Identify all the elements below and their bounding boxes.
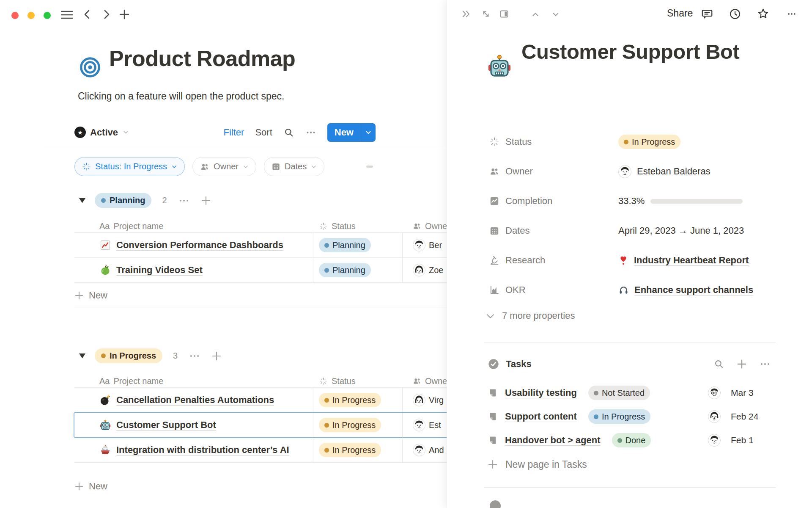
new-record-button[interactable]: New	[327, 123, 376, 142]
group-add-icon[interactable]	[211, 351, 222, 361]
prev-record-icon[interactable]	[530, 10, 541, 19]
group-more-icon[interactable]	[178, 195, 190, 207]
table-row-selected[interactable]: Customer Support Bot In Progress Est	[74, 413, 447, 438]
status-spinner-icon	[319, 377, 328, 386]
project-link[interactable]: Cancellation Penalties Automations	[116, 395, 274, 406]
task-row[interactable]: Usability testing Not Started Mar 3	[488, 381, 771, 405]
column-owner[interactable]: Owner	[425, 376, 447, 386]
status-pill[interactable]: In Progress	[319, 418, 381, 432]
chevron-down-icon	[171, 163, 178, 170]
column-project-name[interactable]: Project name	[113, 221, 163, 231]
property-okr[interactable]: OKR Enhance support channels	[447, 275, 812, 305]
comments-icon[interactable]	[701, 8, 713, 20]
status-dot	[617, 438, 622, 443]
more-properties-label: 7 more properties	[502, 310, 575, 321]
headphones-icon	[618, 285, 629, 295]
property-owner[interactable]: Owner Esteban Balderas	[447, 157, 812, 186]
clipped-filter-chip	[366, 166, 373, 168]
table-header: AaProject name Status Owner	[74, 220, 447, 233]
history-icon[interactable]	[729, 8, 741, 20]
status-pill[interactable]: In Progress	[618, 135, 680, 149]
main-window: Product Roadmap Clicking on a feature wi…	[0, 0, 447, 508]
close-peek-icon[interactable]	[461, 8, 472, 19]
next-record-icon[interactable]	[550, 10, 561, 19]
column-project-name[interactable]: Project name	[113, 376, 163, 386]
task-link[interactable]: Usability testing	[505, 387, 577, 398]
okr-link[interactable]: Enhance support channels	[634, 284, 753, 295]
search-icon[interactable]	[283, 127, 294, 138]
new-task-button[interactable]: New page in Tasks	[488, 452, 771, 477]
view-more-icon[interactable]	[305, 127, 316, 138]
table-row[interactable]: Integration with distribution center’s A…	[74, 438, 447, 463]
filter-chip-owner[interactable]: Owner	[192, 157, 256, 176]
more-properties-toggle[interactable]: 7 more properties	[485, 310, 575, 321]
status-pill[interactable]: In Progress	[588, 409, 650, 424]
people-icon	[200, 162, 210, 172]
forward-icon[interactable]	[102, 9, 111, 19]
property-dates[interactable]: Dates April 29, 2023 → June 1, 2023	[447, 216, 812, 246]
new-row-button[interactable]: New	[74, 283, 447, 308]
filter-chip-dates[interactable]: Dates	[264, 157, 324, 176]
project-link[interactable]: Integration with distribution center’s A…	[116, 444, 289, 456]
project-link[interactable]: Training Videos Set	[116, 265, 203, 276]
filter-chips-row: Status: In Progress Owner Dates	[74, 157, 324, 176]
table-row[interactable]: Cancellation Penalties Automations In Pr…	[74, 388, 447, 413]
property-status[interactable]: Status In Progress	[447, 127, 812, 157]
more-options-icon[interactable]	[785, 9, 798, 19]
collapse-triangle-icon[interactable]	[79, 353, 85, 359]
new-record-dropdown-icon[interactable]	[361, 123, 376, 142]
peek-mode-icon[interactable]	[499, 9, 510, 19]
sidebar-menu-icon[interactable]	[61, 11, 73, 19]
status-pill[interactable]: Done	[612, 433, 651, 447]
table-row[interactable]: Conversion Performance Dashboards Planni…	[74, 233, 447, 258]
toolbar-divider	[44, 147, 447, 147]
status-pill[interactable]: Planning	[319, 238, 371, 252]
tasks-search-icon[interactable]	[713, 359, 724, 370]
project-link[interactable]: Customer Support Bot	[116, 420, 216, 431]
close-window-button[interactable]	[11, 12, 19, 19]
project-link[interactable]: Conversion Performance Dashboards	[116, 240, 283, 251]
maximize-window-button[interactable]	[44, 12, 51, 19]
collapse-triangle-icon[interactable]	[79, 198, 85, 203]
tasks-more-icon[interactable]	[759, 359, 771, 370]
group-add-icon[interactable]	[201, 196, 211, 206]
group-pill-in-progress[interactable]: In Progress	[95, 348, 162, 363]
minimize-window-button[interactable]	[27, 12, 35, 19]
page-icon-bullseye[interactable]	[80, 57, 100, 77]
task-link[interactable]: Support content	[505, 411, 577, 422]
research-link[interactable]: Industry Heartbeat Report	[634, 255, 749, 266]
new-tab-icon[interactable]	[119, 9, 129, 19]
expand-page-icon[interactable]	[480, 8, 491, 19]
new-row-label: New	[89, 481, 107, 492]
filter-chip-status[interactable]: Status: In Progress	[74, 157, 185, 176]
task-row[interactable]: Handover bot > agent Done Feb 1	[488, 428, 771, 452]
table-row[interactable]: Training Videos Set Planning Zoe	[74, 258, 447, 283]
share-button[interactable]: Share	[667, 8, 693, 19]
completion-value: 33.3%	[618, 196, 645, 207]
new-row-button[interactable]: New	[74, 474, 447, 499]
column-owner[interactable]: Owner	[425, 221, 447, 231]
favorite-star-icon[interactable]	[757, 7, 770, 20]
back-icon[interactable]	[82, 9, 92, 19]
robot-page-icon[interactable]	[487, 53, 512, 79]
property-research[interactable]: Research Industry Heartbeat Report	[447, 246, 812, 275]
column-status[interactable]: Status	[332, 376, 356, 386]
status-pill[interactable]: In Progress	[319, 393, 381, 407]
column-status[interactable]: Status	[332, 221, 356, 231]
avatar	[708, 387, 721, 399]
task-row[interactable]: Support content In Progress Feb 24	[488, 405, 771, 428]
view-tab-active[interactable]: ★ Active	[74, 127, 129, 138]
task-link[interactable]: Handover bot > agent	[505, 435, 601, 446]
filter-button[interactable]: Filter	[224, 127, 244, 138]
group-pill-planning[interactable]: Planning	[95, 193, 151, 208]
status-pill[interactable]: In Progress	[319, 443, 381, 457]
tasks-add-icon[interactable]	[736, 359, 747, 370]
peek-page-title: Customer Support Bot	[521, 37, 750, 66]
status-pill[interactable]: Not Started	[588, 386, 650, 400]
status-pill[interactable]: Planning	[319, 263, 371, 277]
property-completion[interactable]: Completion 33.3%	[447, 186, 812, 216]
avatar	[708, 410, 721, 423]
property-label: Owner	[505, 166, 533, 177]
sort-button[interactable]: Sort	[255, 127, 272, 138]
group-more-icon[interactable]	[189, 350, 200, 362]
